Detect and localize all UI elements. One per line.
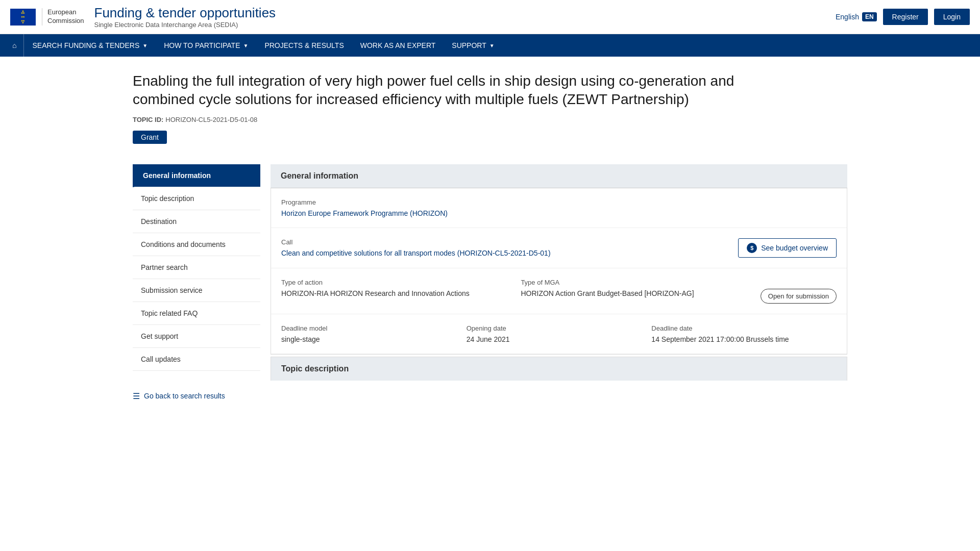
type-action-block: Type of action HORIZON-RIA HORIZON Resea… xyxy=(281,279,521,297)
nav-arrow-icon: ▼ xyxy=(243,43,249,48)
programme-label: Programme xyxy=(281,198,448,206)
opening-date-label: Opening date xyxy=(467,324,652,332)
sidebar: General information Topic description De… xyxy=(133,164,260,408)
deadline-date-block: Deadline date 14 September 2021 17:00:00… xyxy=(651,324,837,343)
deadline-model-value: single-stage xyxy=(281,335,467,343)
page-title: Enabling the full integration of very hi… xyxy=(133,72,796,109)
open-submission-area: Open for submission xyxy=(761,279,837,304)
programme-link[interactable]: Horizon Europe Framework Programme (HORI… xyxy=(281,209,448,217)
header-actions: English EN Register Login xyxy=(836,9,970,25)
nav-home-button[interactable]: ⌂ xyxy=(5,34,24,57)
topic-id-value: HORIZON-CL5-2021-D5-01-08 xyxy=(165,116,257,123)
go-back-label: Go back to search results xyxy=(144,392,225,400)
site-subtitle: Single Electronic Data Interchange Area … xyxy=(94,21,276,29)
eu-flag-icon xyxy=(10,9,36,26)
nav-projects-results[interactable]: PROJECTS & RESULTS xyxy=(256,34,352,57)
type-mga-label: Type of MGA xyxy=(521,279,760,286)
home-icon: ⌂ xyxy=(12,41,16,49)
type-row: Type of action HORIZON-RIA HORIZON Resea… xyxy=(271,268,847,314)
nav-support[interactable]: SUPPORT ▼ xyxy=(444,34,502,57)
type-mga-value: HORIZON Action Grant Budget-Based [HORIZ… xyxy=(521,289,760,297)
go-back-link[interactable]: ☰ Go back to search results xyxy=(133,391,260,401)
type-mga-block: Type of MGA HORIZON Action Grant Budget-… xyxy=(521,279,760,297)
sidebar-item-partner-search[interactable]: Partner search xyxy=(133,256,260,279)
call-link[interactable]: Clean and competitive solutions for all … xyxy=(281,249,551,257)
general-info-section-body: Programme Horizon Europe Framework Progr… xyxy=(271,188,847,355)
nav-how-to-participate[interactable]: HOW TO PARTICIPATE ▼ xyxy=(156,34,256,57)
budget-icon: $ xyxy=(747,243,757,253)
register-button[interactable]: Register xyxy=(883,9,928,25)
sidebar-item-destination[interactable]: Destination xyxy=(133,210,260,233)
language-badge: EN xyxy=(862,12,877,21)
type-action-label: Type of action xyxy=(281,279,521,286)
top-header: European Commission Funding & tender opp… xyxy=(0,0,980,34)
sidebar-item-call-updates[interactable]: Call updates xyxy=(133,348,260,371)
type-action-value: HORIZON-RIA HORIZON Research and Innovat… xyxy=(281,289,521,297)
site-title: Funding & tender opportunities xyxy=(94,5,276,21)
logo-area: European Commission xyxy=(10,8,84,26)
see-budget-button[interactable]: $ See budget overview xyxy=(738,238,837,258)
call-label: Call xyxy=(281,238,728,246)
site-title-area: Funding & tender opportunities Single El… xyxy=(94,5,276,29)
deadline-date-label: Deadline date xyxy=(651,324,837,332)
main-nav: ⌂ SEARCH FUNDING & TENDERS ▼ HOW TO PART… xyxy=(0,34,980,57)
go-back-icon: ☰ xyxy=(133,391,140,401)
deadline-row: Deadline model single-stage Opening date… xyxy=(271,314,847,354)
page-title-area: Enabling the full integration of very hi… xyxy=(122,57,857,154)
sidebar-item-topic-faq[interactable]: Topic related FAQ xyxy=(133,302,260,325)
sidebar-item-get-support[interactable]: Get support xyxy=(133,325,260,348)
general-info-section: General information Programme Horizon Eu… xyxy=(271,164,847,355)
main-content: General information Programme Horizon Eu… xyxy=(260,164,847,408)
topic-id-label: TOPIC ID: xyxy=(133,116,163,123)
commission-text: European Commission xyxy=(42,8,84,26)
call-block: Call Clean and competitive solutions for… xyxy=(281,238,728,257)
programme-row: Programme Horizon Europe Framework Progr… xyxy=(271,188,847,228)
opening-date-value: 24 June 2021 xyxy=(467,335,652,343)
nav-arrow-icon: ▼ xyxy=(489,43,495,48)
sidebar-item-topic-description[interactable]: Topic description xyxy=(133,187,260,210)
opening-date-block: Opening date 24 June 2021 xyxy=(467,324,652,343)
login-button[interactable]: Login xyxy=(934,9,970,25)
language-label: English xyxy=(836,13,859,21)
sidebar-item-submission-service[interactable]: Submission service xyxy=(133,279,260,302)
topic-id-row: TOPIC ID: HORIZON-CL5-2021-D5-01-08 xyxy=(133,115,847,123)
open-for-submission-button[interactable]: Open for submission xyxy=(761,289,837,304)
topic-desc-section-header: Topic description xyxy=(271,357,847,381)
go-back-area: ☰ Go back to search results xyxy=(133,391,260,408)
programme-block: Programme Horizon Europe Framework Progr… xyxy=(281,198,448,217)
grant-badge[interactable]: Grant xyxy=(133,131,167,144)
deadline-model-label: Deadline model xyxy=(281,324,467,332)
nav-search-funding[interactable]: SEARCH FUNDING & TENDERS ▼ xyxy=(24,34,156,57)
call-row: Call Clean and competitive solutions for… xyxy=(271,228,847,268)
language-selector[interactable]: English EN xyxy=(836,12,877,21)
deadline-date-value: 14 September 2021 17:00:00 Brussels time xyxy=(651,335,837,343)
page-content: General information Topic description De… xyxy=(122,154,857,408)
nav-arrow-icon: ▼ xyxy=(142,43,148,48)
nav-work-as-expert[interactable]: WORK AS AN EXPERT xyxy=(352,34,444,57)
general-info-section-header: General information xyxy=(271,164,847,188)
sidebar-item-conditions-documents[interactable]: Conditions and documents xyxy=(133,233,260,256)
deadline-model-block: Deadline model single-stage xyxy=(281,324,467,343)
sidebar-item-general-information[interactable]: General information xyxy=(133,164,260,187)
